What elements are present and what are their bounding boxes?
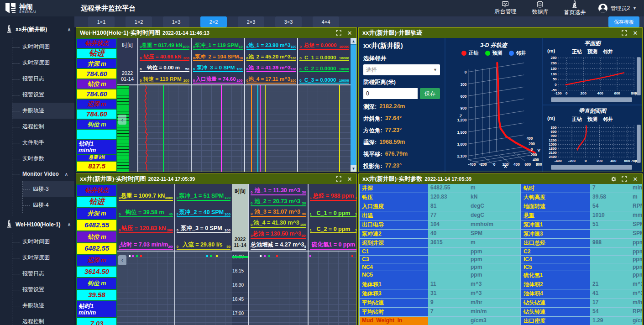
scale-min: 0 bbox=[177, 212, 178, 216]
curve-legend: 1总烃 = 988 ppm10000 bbox=[310, 185, 356, 201]
close-icon[interactable]: ✕ bbox=[346, 176, 353, 182]
sidebar-item[interactable]: 实时时间图 bbox=[12, 39, 74, 55]
curve-legend: 0泵冲_3 = 0 SPM100 bbox=[177, 218, 231, 234]
legend-label: 预测 bbox=[587, 49, 597, 54]
curve-label: 总烃 = 988 ppm bbox=[313, 192, 354, 200]
sidebar-item[interactable]: 报警设置 bbox=[12, 87, 74, 103]
admin-monitor-icon bbox=[502, 1, 509, 7]
param-value: 988 bbox=[590, 239, 630, 248]
curve-legend: 0C_1 = 0.000010000 bbox=[299, 50, 349, 61]
gauge-cell: 悬重 kN bbox=[77, 155, 116, 161]
sidebar-subitem[interactable]: 四楼-3 bbox=[23, 181, 74, 197]
collapse-left-icon[interactable]: ‹ bbox=[118, 115, 126, 125]
sidebar-item[interactable]: 远程控制 bbox=[12, 119, 74, 135]
scroll-down-icon[interactable]: ▼ bbox=[351, 165, 356, 172]
layout-button-1x3[interactable]: 1×3 bbox=[163, 16, 189, 27]
track-plot bbox=[192, 85, 244, 172]
curve-label: C_3 = 0.0000 bbox=[304, 77, 336, 83]
sidebar-item[interactable]: 实时深度图 bbox=[12, 55, 74, 71]
close-icon[interactable]: ✕ bbox=[632, 30, 639, 36]
curve-legend: 0池_1 = 11.30 m^350 bbox=[251, 185, 306, 195]
collapse-left-icon[interactable]: ‹ bbox=[118, 255, 126, 265]
close-icon[interactable]: ✕ bbox=[632, 176, 639, 182]
collapse-caret-icon[interactable]: ∧ bbox=[68, 222, 71, 227]
sidebar-item[interactable]: 实时深度图 bbox=[12, 250, 74, 266]
sidebar-item[interactable]: Monitor Video∧ bbox=[12, 167, 74, 181]
nav-admin-monitor[interactable]: 后台管理 bbox=[494, 1, 516, 16]
vertical-scrollbar[interactable]: ▲ ▼ bbox=[351, 38, 356, 172]
svg-text:2400: 2400 bbox=[549, 155, 557, 159]
collapse-caret-icon[interactable]: ∧ bbox=[65, 172, 68, 177]
time-marker-bar bbox=[232, 256, 248, 258]
offset-well-select[interactable]: 选择▼ bbox=[363, 64, 440, 75]
save-template-button[interactable]: 保存模板 bbox=[608, 16, 639, 27]
expand-icon[interactable] bbox=[621, 176, 628, 182]
svg-text:0: 0 bbox=[465, 70, 467, 74]
scale-max: 200 bbox=[168, 245, 173, 249]
chart-track: 0池_1 = 11.30 m^3500池_2 = 20.73 m^3500池_3… bbox=[249, 184, 309, 325]
layout-button-1x2[interactable]: 1×2 bbox=[126, 16, 152, 27]
gauge-cell: 784.60 bbox=[77, 110, 116, 119]
sidebar-item[interactable]: 井眼轨迹 bbox=[12, 298, 74, 314]
close-icon[interactable]: ✕ bbox=[346, 30, 353, 36]
expand-icon[interactable] bbox=[621, 30, 628, 36]
layout-button-4x4[interactable]: 4×4 bbox=[313, 16, 339, 27]
param-label: 平均钻速 bbox=[359, 299, 428, 308]
legend-item: 预测 bbox=[587, 48, 597, 55]
user-menu[interactable]: 管理员2 ▼ bbox=[598, 4, 637, 13]
vertical-scrollbar[interactable] bbox=[637, 57, 641, 95]
param-label: 井深 bbox=[359, 184, 428, 193]
layout-button-2x3[interactable]: 2×3 bbox=[238, 16, 264, 27]
sidebar-item[interactable]: 报警设置 bbox=[12, 282, 74, 298]
curve-line bbox=[257, 85, 258, 172]
collapse-caret-icon[interactable]: ∧ bbox=[68, 27, 71, 32]
gauge-cell: 迟深 m bbox=[77, 100, 116, 109]
sidebar-item[interactable]: 报警日志 bbox=[12, 71, 74, 87]
param-unit: SPM bbox=[468, 230, 521, 239]
sidebar-item[interactable]: 井眼轨迹 bbox=[12, 103, 74, 119]
curve-legend: 0泵冲_2 = 104 SPM100 bbox=[193, 50, 243, 61]
curve-legend: 0总池 = 130.50 m^3300 bbox=[251, 228, 306, 239]
sidebar-item[interactable]: 实时参数 bbox=[12, 151, 74, 167]
legend-label: 正钻 bbox=[572, 116, 582, 122]
sidebar-item[interactable]: 远程控制 bbox=[12, 314, 74, 325]
sidebar-item[interactable]: 文件助手 bbox=[12, 135, 74, 151]
layout-button-3x3[interactable]: 3×3 bbox=[275, 16, 302, 27]
scale-min: 0 bbox=[193, 67, 195, 71]
curve-label: C_1 = 0.0000 bbox=[304, 55, 336, 60]
expand-icon[interactable] bbox=[335, 30, 342, 36]
layout-button-2x2[interactable]: 2×2 bbox=[200, 16, 227, 27]
sidebar-subitem[interactable]: 四楼-4 bbox=[23, 197, 74, 213]
vertical-scrollbar[interactable] bbox=[637, 125, 641, 163]
param-value bbox=[428, 317, 468, 325]
horizontal-scrollbar[interactable] bbox=[551, 165, 632, 170]
nav-database[interactable]: 数据库 bbox=[532, 1, 548, 16]
sidebar-group-header[interactable]: xx井(新井眼)∧ bbox=[0, 21, 74, 38]
sidebar-group-header[interactable]: Wei-H100(Hole-1)∧ bbox=[0, 216, 74, 233]
gear-icon[interactable] bbox=[610, 176, 617, 182]
scale-max: 1000 bbox=[183, 45, 189, 49]
nav-derrick[interactable]: 首页选井 bbox=[564, 0, 586, 16]
svg-text:600: 600 bbox=[461, 94, 467, 99]
horizontal-scrollbar[interactable] bbox=[551, 97, 632, 102]
scroll-up-icon[interactable]: ▲ bbox=[351, 38, 356, 44]
expand-icon[interactable] bbox=[335, 176, 342, 182]
param-unit: m bbox=[468, 239, 521, 248]
panel-timestamp: 2022-11-14 17:05:39 bbox=[148, 176, 195, 182]
anticollision-distance-input[interactable] bbox=[363, 88, 418, 99]
mini-charts: 平面图 正钻预测邻井 (m) 250200150100500-50-100020… bbox=[543, 38, 642, 172]
save-button[interactable]: 保存 bbox=[420, 88, 440, 99]
scrollbar-thumb[interactable] bbox=[351, 44, 356, 165]
sidebar-item[interactable]: 报警日志 bbox=[12, 266, 74, 282]
param-unit: ppm bbox=[468, 263, 521, 271]
svg-text:-100: -100 bbox=[555, 91, 562, 95]
svg-text:200: 200 bbox=[597, 159, 602, 163]
gauge-cell: 6482.55 bbox=[77, 243, 116, 254]
time-column-header: 时间 202201-14 bbox=[117, 38, 137, 85]
layout-button-1x1[interactable]: 1×1 bbox=[88, 16, 115, 27]
plan-view-chart: 平面图 正钻预测邻井 (m) 250200150100500-50-100020… bbox=[543, 38, 642, 105]
sidebar-item[interactable]: 实时时间图 bbox=[12, 234, 74, 250]
main-row: xx井(新井眼)∧实时时间图实时深度图报警日志报警设置井眼轨迹远程控制文件助手实… bbox=[0, 16, 644, 325]
param-unit: m/hr bbox=[630, 299, 643, 308]
logo: 神闹 SHENKAI bbox=[5, 2, 74, 14]
